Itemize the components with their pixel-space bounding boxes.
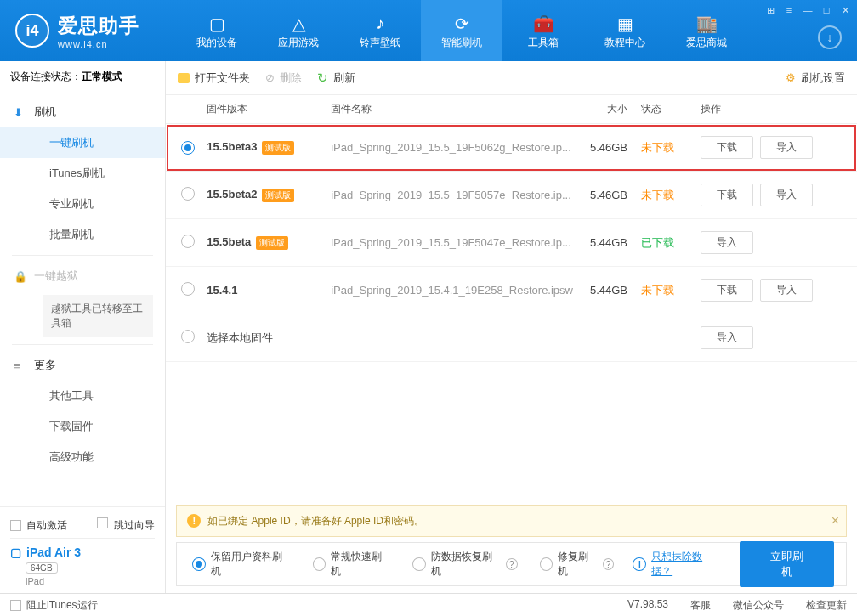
th-version: 固件版本 — [207, 102, 331, 116]
radio-icon[interactable] — [540, 557, 553, 571]
check-update-link[interactable]: 检查更新 — [806, 598, 847, 613]
checkbox-icon[interactable] — [97, 517, 108, 528]
import-button[interactable]: 导入 — [701, 326, 753, 349]
topnav-item[interactable]: △应用游戏 — [258, 0, 339, 61]
logo[interactable]: i4 爱思助手 www.i4.cn — [0, 13, 155, 49]
wechat-link[interactable]: 微信公众号 — [733, 598, 784, 613]
erase-link-text[interactable]: 只想抹除数据？ — [651, 550, 721, 579]
block-itunes-row[interactable]: 阻止iTunes运行 — [10, 598, 98, 613]
jailbreak-note: 越狱工具已转移至工具箱 — [43, 295, 153, 337]
radio-icon[interactable] — [412, 557, 426, 571]
open-folder-label: 打开文件夹 — [195, 71, 250, 86]
appleid-tip: ! 如已绑定 Apple ID，请准备好 Apple ID和密码。 × — [176, 505, 847, 537]
nav-icon: ⟳ — [455, 12, 469, 36]
fw-status: 未下载 — [641, 188, 701, 203]
flash-settings-button[interactable]: ⚙ 刷机设置 — [786, 71, 845, 86]
topnav-item[interactable]: ⟳智能刷机 — [421, 0, 502, 61]
checkbox-icon[interactable] — [10, 520, 21, 531]
topnav-item[interactable]: 🧰工具箱 — [502, 0, 584, 61]
sidebar-item-oneclick[interactable]: 一键刷机 — [0, 127, 165, 158]
topnav-item[interactable]: ♪铃声壁纸 — [339, 0, 421, 61]
download-button[interactable]: 下载 — [701, 136, 753, 159]
local-firmware-row[interactable]: 选择本地固件 导入 — [166, 314, 857, 362]
fw-filename: iPad_Spring_2019_15.5_19F5057e_Restore.i… — [331, 189, 573, 201]
help-icon[interactable]: ? — [506, 558, 518, 570]
sidebar-item-advanced[interactable]: 高级功能 — [0, 442, 165, 472]
content: 打开文件夹 ⊘ 删除 ↻ 刷新 ⚙ 刷机设置 固件版本 固件名称 大小 — [166, 61, 857, 593]
sidebar-item-download-fw[interactable]: 下载固件 — [0, 411, 165, 442]
storage-badge: 64GB — [26, 562, 58, 574]
radio-icon[interactable] — [313, 557, 326, 571]
support-link[interactable]: 客服 — [690, 598, 711, 613]
download-button[interactable]: 下载 — [701, 279, 753, 302]
nav-label: 教程中心 — [604, 36, 645, 50]
start-flash-button[interactable]: 立即刷机 — [740, 541, 834, 587]
fw-version: 15.4.1 — [207, 284, 237, 297]
topnav-item[interactable]: 🏬爱思商城 — [666, 0, 747, 61]
skip-guide-row[interactable]: 跳过向导 — [97, 517, 155, 533]
erase-data-link[interactable]: i 只想抹除数据？ — [633, 550, 721, 579]
firmware-row[interactable]: 15.5beta2测试版 iPad_Spring_2019_15.5_19F50… — [166, 172, 857, 219]
th-ops: 操作 — [701, 102, 845, 116]
grid-icon[interactable]: ⊞ — [763, 3, 777, 17]
nav-label: 爱思商城 — [686, 36, 727, 50]
table-header: 固件版本 固件名称 大小 状态 操作 — [166, 95, 857, 124]
firmware-row[interactable]: 15.4.1 iPad_Spring_2019_15.4.1_19E258_Re… — [166, 267, 857, 314]
import-button[interactable]: 导入 — [760, 184, 813, 206]
delete-button: ⊘ 删除 — [265, 71, 302, 86]
sidebar-item-flash[interactable]: ⬇ 刷机 — [0, 97, 165, 127]
nav-icon: ♪ — [376, 12, 384, 36]
sidebar-label: 下载固件 — [49, 419, 94, 434]
mode-keep-data[interactable]: 保留用户资料刷机 — [189, 550, 290, 579]
main: 设备连接状态：正常模式 ⬇ 刷机 一键刷机 iTunes刷机 专业刷机 批量刷机… — [0, 61, 857, 593]
sidebar-label: 更多 — [34, 358, 56, 373]
folder-icon — [178, 73, 190, 83]
sidebar-item-more[interactable]: ≡ 更多 — [0, 350, 165, 381]
sidebar-label: 高级功能 — [49, 449, 94, 465]
version-label: V7.98.53 — [627, 598, 668, 613]
device-type: iPad — [26, 576, 155, 586]
nav-icon: ▢ — [209, 12, 225, 36]
device-block[interactable]: ▢ iPad Air 3 64GB iPad — [10, 538, 155, 586]
radio-icon[interactable] — [181, 330, 195, 343]
sidebar-label: 刷机 — [34, 105, 56, 120]
open-folder-button[interactable]: 打开文件夹 — [178, 71, 250, 86]
menu-icon[interactable]: ≡ — [782, 3, 796, 17]
close-icon[interactable]: ✕ — [838, 3, 852, 17]
mode-normal[interactable]: 常规快速刷机 — [309, 550, 391, 579]
radio-icon[interactable] — [181, 187, 195, 201]
minimize-icon[interactable]: — — [801, 3, 814, 17]
mode-repair[interactable]: 修复刷机 ? — [536, 550, 615, 579]
auto-activate-row[interactable]: 自动激活 跳过向导 — [10, 517, 155, 533]
beta-badge: 测试版 — [256, 236, 288, 250]
radio-icon[interactable] — [192, 557, 206, 571]
close-tip-icon[interactable]: × — [831, 513, 839, 528]
fw-status: 已下载 — [641, 235, 701, 251]
firmware-row[interactable]: 15.5beta3测试版 iPad_Spring_2019_15.5_19F50… — [166, 124, 857, 172]
firmware-row[interactable]: 15.5beta测试版 iPad_Spring_2019_15.5_19F504… — [166, 219, 857, 267]
sidebar-item-pro[interactable]: 专业刷机 — [0, 189, 165, 219]
sidebar-item-batch[interactable]: 批量刷机 — [0, 219, 165, 250]
app-name: 爱思助手 — [58, 13, 139, 39]
beta-badge: 测试版 — [262, 141, 294, 155]
delete-label: 删除 — [280, 71, 302, 86]
sidebar-item-other-tools[interactable]: 其他工具 — [0, 381, 165, 411]
radio-icon[interactable] — [181, 141, 195, 155]
topnav-item[interactable]: ▢我的设备 — [176, 0, 258, 61]
download-manager-icon[interactable]: ↓ — [818, 25, 842, 49]
mode-anti-loss[interactable]: 防数据恢复刷机 ? — [409, 550, 517, 579]
fw-ops: 导入 — [701, 231, 845, 254]
help-icon[interactable]: ? — [603, 558, 615, 570]
checkbox-icon[interactable] — [10, 600, 21, 611]
import-button[interactable]: 导入 — [760, 136, 813, 159]
th-status: 状态 — [641, 102, 701, 116]
radio-icon[interactable] — [181, 235, 195, 248]
radio-icon[interactable] — [181, 282, 195, 296]
topnav-item[interactable]: ▦教程中心 — [584, 0, 666, 61]
download-button[interactable]: 下载 — [701, 184, 753, 206]
import-button[interactable]: 导入 — [701, 231, 753, 254]
import-button[interactable]: 导入 — [760, 279, 813, 302]
refresh-button[interactable]: ↻ 刷新 — [317, 71, 355, 86]
sidebar-item-itunes[interactable]: iTunes刷机 — [0, 158, 165, 189]
maximize-icon[interactable]: □ — [820, 3, 833, 17]
